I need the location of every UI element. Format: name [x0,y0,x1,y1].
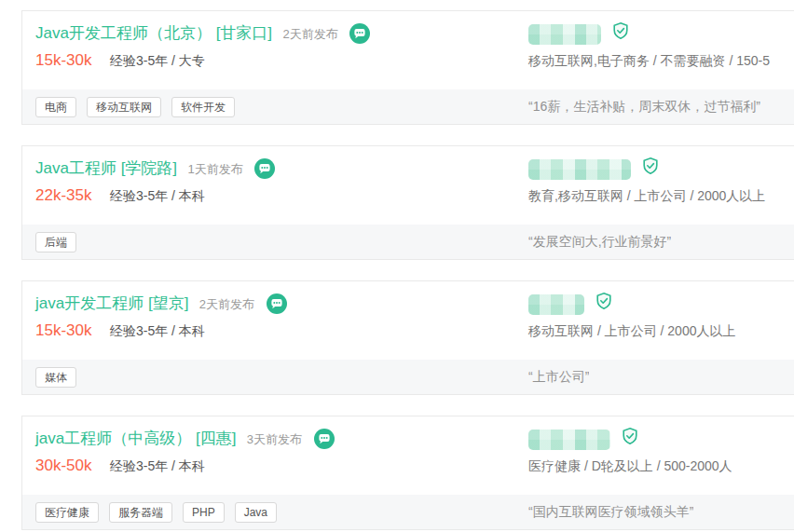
experience-education: 经验3-5年 / 本科 [110,188,205,203]
job-title-link[interactable]: java工程师（中高级） [四惠] [35,430,236,447]
job-card-footer: 后端 “发展空间大,行业前景好” [22,225,794,259]
job-card[interactable]: Java工程师 [学院路] 1天前发布 22k-35k 经验3-5年 / 本科 [21,145,794,260]
job-card-footer: 媒体 “上市公司” [22,360,794,394]
chat-bubble-icon[interactable] [314,429,335,457]
verified-shield-icon [611,21,630,48]
tag: 医疗健康 [35,502,99,523]
tag: 后端 [35,232,76,252]
salary: 30k-50k [35,457,91,474]
experience-education: 经验3-5年 / 本科 [110,323,205,338]
tag: PHP [183,502,225,523]
company-column: 移动互联网 / 上市公司 / 2000人以上 [528,281,794,360]
tag: 媒体 [35,367,76,388]
company-column: 医疗健康 / D轮及以上 / 500-2000人 [528,416,794,495]
publish-time: 3天前发布 [247,432,302,446]
job-list: Java开发工程师（北京） [甘家口] 2天前发布 15k-30k 经验3-5年… [21,10,794,532]
job-title-link[interactable]: java开发工程师 [望京] [35,294,188,312]
job-card[interactable]: Java开发工程师（北京） [甘家口] 2天前发布 15k-30k 经验3-5年… [21,10,794,125]
salary: 15k-30k [35,321,91,339]
chat-bubble-icon[interactable] [349,23,370,51]
job-card-main: Java开发工程师（北京） [甘家口] 2天前发布 15k-30k 经验3-5年… [22,11,794,89]
job-info-column: java工程师（中高级） [四惠] 3天前发布 30k-50k 经验3-5年 /… [22,416,528,495]
publish-time: 2天前发布 [283,27,338,41]
company-info: 移动互联网 / 上市公司 / 2000人以上 [528,323,735,338]
company-info: 教育,移动互联网 / 上市公司 / 2000人以上 [528,188,765,203]
company-info: 移动互联网,电子商务 / 不需要融资 / 150-5 [528,53,770,68]
tag-list: 电商 移动互联网 软件开发 [22,97,528,117]
tag: 电商 [35,97,76,117]
company-column: 教育,移动互联网 / 上市公司 / 2000人以上 [528,146,794,225]
job-card-footer: 电商 移动互联网 软件开发 “16薪，生活补贴，周末双休，过节福利” [22,89,794,124]
job-card[interactable]: java开发工程师 [望京] 2天前发布 15k-30k 经验3-5年 / 本科 [21,280,794,395]
publish-time: 2天前发布 [199,297,254,311]
experience-education: 经验3-5年 / 大专 [110,53,205,68]
tag: 软件开发 [171,97,235,117]
verified-shield-icon [621,427,639,453]
salary: 22k-35k [35,186,91,204]
company-quote: “国内互联网医疗领域领头羊” [528,504,693,521]
job-card-main: java工程师（中高级） [四惠] 3天前发布 30k-50k 经验3-5年 /… [22,416,794,495]
job-info-column: Java开发工程师（北京） [甘家口] 2天前发布 15k-30k 经验3-5年… [22,11,528,89]
tag-list: 媒体 [22,367,528,388]
company-info: 医疗健康 / D轮及以上 / 500-2000人 [528,458,732,473]
verified-shield-icon [595,292,613,318]
job-card-main: Java工程师 [学院路] 1天前发布 22k-35k 经验3-5年 / 本科 [22,146,794,225]
job-card-footer: 医疗健康 服务器端 PHP Java “国内互联网医疗领域领头羊” [22,495,794,529]
job-card-main: java开发工程师 [望京] 2天前发布 15k-30k 经验3-5年 / 本科 [22,281,794,360]
tag-list: 后端 [22,232,528,252]
job-info-column: java开发工程师 [望京] 2天前发布 15k-30k 经验3-5年 / 本科 [22,281,528,360]
chat-bubble-icon[interactable] [254,158,275,186]
job-title-link[interactable]: Java开发工程师（北京） [甘家口] [35,24,272,42]
company-name-blurred [528,159,631,180]
company-name-blurred [528,294,584,315]
tag: Java [235,502,277,523]
company-name-blurred [528,430,610,450]
company-quote: “16薪，生活补贴，周末双休，过节福利” [528,99,760,116]
company-column: 移动互联网,电子商务 / 不需要融资 / 150-5 [528,11,794,89]
job-info-column: Java工程师 [学院路] 1天前发布 22k-35k 经验3-5年 / 本科 [22,146,528,225]
company-quote: “上市公司” [528,369,589,386]
experience-education: 经验3-5年 / 本科 [110,458,205,473]
job-title-link[interactable]: Java工程师 [学院路] [35,159,177,177]
verified-shield-icon [641,157,660,183]
tag: 服务器端 [109,502,172,523]
salary: 15k-30k [35,51,91,69]
company-quote: “发展空间大,行业前景好” [528,234,671,251]
company-name-blurred [528,24,601,45]
chat-bubble-icon[interactable] [267,293,287,321]
publish-time: 1天前发布 [188,162,243,176]
tag-list: 医疗健康 服务器端 PHP Java [22,502,528,523]
job-card[interactable]: java工程师（中高级） [四惠] 3天前发布 30k-50k 经验3-5年 /… [21,416,794,530]
tag: 移动互联网 [87,97,161,117]
